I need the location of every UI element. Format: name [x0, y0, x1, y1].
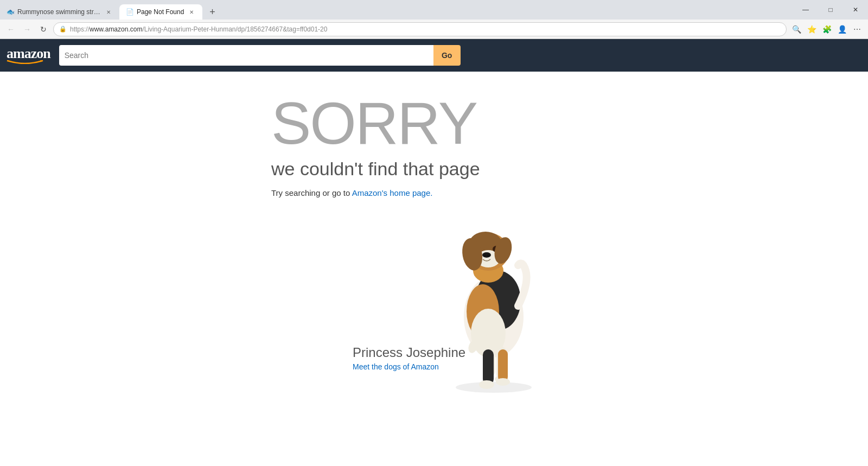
tab-favicon-1: 🐟	[7, 8, 14, 16]
address-protocol: https://	[70, 25, 90, 33]
window-controls: — □ ✕	[793, 0, 868, 20]
tab-title-1: Rummynose swimming strange	[17, 8, 101, 16]
amazon-smile-icon	[7, 60, 43, 64]
amazon-home-link[interactable]: Amazon's home page.	[352, 188, 433, 197]
svg-point-23	[479, 380, 494, 389]
browser-window: 🐟 Rummynose swimming strange ✕ 📄 Page No…	[0, 0, 868, 451]
svg-rect-24	[498, 349, 508, 382]
minimize-button[interactable]: —	[793, 0, 818, 20]
amazon-logo[interactable]: amazon	[7, 47, 50, 64]
back-button[interactable]: ←	[4, 23, 17, 36]
sorry-subtitle: we couldn't find that page	[271, 158, 597, 180]
address-text: https://www.amazon.com/Living-Aquarium-P…	[70, 25, 781, 33]
address-bar[interactable]: 🔒 https://www.amazon.com/Living-Aquarium…	[53, 22, 787, 36]
browser-actions: 🔍 ⭐ 🧩 👤 ⋯	[790, 23, 864, 36]
svg-point-12	[487, 254, 490, 257]
sorry-section: SORRY we couldn't find that page Try sea…	[271, 93, 597, 197]
sorry-description: Try searching or go to Amazon's home pag…	[271, 188, 597, 197]
extensions-button[interactable]: 🧩	[820, 23, 833, 36]
tab-bar: 🐟 Rummynose swimming strange ✕ 📄 Page No…	[0, 0, 868, 20]
search-input[interactable]	[59, 45, 433, 66]
sorry-title: SORRY	[271, 93, 597, 153]
search-action-button[interactable]: 🔍	[790, 23, 803, 36]
forward-button[interactable]: →	[21, 23, 34, 36]
dog-section: Princess Josephine Meet the dogs of Amaz…	[190, 187, 678, 404]
maximize-button[interactable]: □	[818, 0, 843, 20]
svg-point-10	[482, 252, 491, 258]
tab-close-1[interactable]: ✕	[104, 8, 113, 16]
svg-point-11	[484, 254, 487, 257]
address-bar-row: ← → ↻ 🔒 https://www.amazon.com/Living-Aq…	[0, 20, 868, 39]
sorry-desc-prefix: Try searching or go to	[271, 188, 352, 197]
main-content: SORRY we couldn't find that page Try sea…	[0, 72, 868, 451]
menu-button[interactable]: ⋯	[851, 23, 864, 36]
tab-title-2: Page Not Found	[137, 8, 184, 16]
search-container: Go	[59, 45, 461, 66]
dog-container: Princess Josephine Meet the dogs of Amaz…	[298, 187, 570, 404]
profile-button[interactable]: 👤	[835, 23, 848, 36]
dog-illustration	[434, 187, 553, 393]
tab-inactive[interactable]: 🐟 Rummynose swimming strange ✕	[0, 4, 119, 20]
lock-icon: 🔒	[59, 25, 67, 33]
svg-point-25	[496, 378, 510, 386]
address-path: /Living-Aquarium-Peter-Hunman/dp/1856274…	[142, 25, 327, 33]
reload-button[interactable]: ↻	[37, 23, 50, 36]
tab-favicon-2: 📄	[126, 8, 133, 16]
amazon-logo-text: amazon	[7, 47, 50, 61]
address-domain: www.amazon.com	[90, 25, 142, 33]
collections-button[interactable]: ⭐	[805, 23, 818, 36]
close-button[interactable]: ✕	[843, 0, 868, 20]
new-tab-button[interactable]: +	[205, 4, 220, 20]
search-button[interactable]: Go	[433, 45, 461, 66]
amazon-header: amazon Go	[0, 39, 868, 72]
tab-active[interactable]: 📄 Page Not Found ✕	[119, 4, 202, 20]
tab-close-2[interactable]: ✕	[187, 8, 196, 16]
svg-rect-22	[483, 349, 494, 385]
